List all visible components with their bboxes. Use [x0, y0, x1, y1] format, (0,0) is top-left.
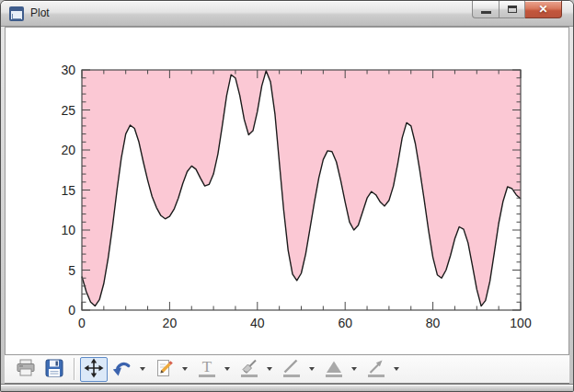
maximize-button[interactable]	[499, 1, 525, 18]
line-dropdown-caret-icon	[306, 357, 316, 382]
save-button[interactable]	[40, 357, 68, 382]
pencil-icon	[154, 357, 176, 382]
window-title: Plot	[30, 6, 50, 19]
annotate-dropdown-caret-icon[interactable]	[179, 357, 189, 382]
print-button[interactable]	[12, 357, 40, 382]
polygon-dropdown-caret-icon	[349, 357, 359, 382]
plot-canvas[interactable]: 020406080100051015202530	[6, 28, 570, 354]
y-tick-label: 25	[61, 103, 75, 118]
svg-text:T: T	[202, 358, 212, 375]
x-tick-label: 20	[163, 316, 178, 330]
x-tick-label: 0	[78, 316, 86, 330]
close-button[interactable]: ✕	[525, 1, 562, 18]
line-button	[278, 357, 305, 382]
undo-dropdown-caret-icon[interactable]	[137, 357, 147, 382]
plot-window: Plot ✕ 020406080100051015202530 T	[0, 0, 574, 392]
save-icon	[43, 357, 65, 382]
polygon-button	[320, 357, 348, 382]
text-button: T	[193, 357, 221, 382]
caption-buttons: ✕	[472, 1, 562, 18]
close-icon: ✕	[538, 4, 547, 15]
line-icon	[281, 357, 303, 382]
freehand-dropdown-caret-icon	[264, 357, 274, 382]
freehand-button	[235, 357, 263, 382]
y-tick-label: 0	[68, 303, 75, 317]
y-tick-label: 15	[61, 183, 75, 198]
arrow-button	[362, 357, 390, 382]
plot-client-area: 020406080100051015202530	[5, 27, 569, 355]
arrow-dropdown-caret-icon	[391, 357, 401, 382]
print-icon	[15, 357, 37, 382]
brush-icon	[238, 357, 260, 382]
y-tick-label: 5	[68, 263, 75, 278]
undo-button[interactable]	[109, 357, 136, 382]
undo-icon	[111, 357, 133, 382]
window-icon	[9, 6, 24, 21]
text-dropdown-caret-icon	[222, 357, 232, 382]
x-tick-label: 100	[510, 316, 532, 330]
y-tick-label: 10	[61, 223, 75, 237]
titlebar[interactable]: Plot ✕	[1, 1, 573, 27]
arrow-icon	[365, 357, 387, 382]
maximize-icon	[508, 6, 517, 13]
text-icon: T	[196, 357, 218, 382]
toolbar-separator	[74, 358, 75, 380]
x-tick-label: 40	[250, 316, 265, 330]
toolbar: T	[5, 355, 569, 384]
minimize-icon	[481, 11, 491, 14]
polygon-icon	[323, 357, 345, 382]
y-tick-label: 30	[61, 63, 75, 77]
x-tick-label: 80	[426, 316, 441, 330]
minimize-button[interactable]	[472, 1, 499, 18]
annotate-button[interactable]	[151, 357, 178, 382]
x-tick-label: 60	[338, 316, 352, 330]
y-tick-label: 20	[61, 143, 75, 157]
window-bottom-frame	[1, 384, 573, 392]
pan-arrows-icon	[83, 357, 105, 382]
pan-button[interactable]	[80, 357, 108, 382]
